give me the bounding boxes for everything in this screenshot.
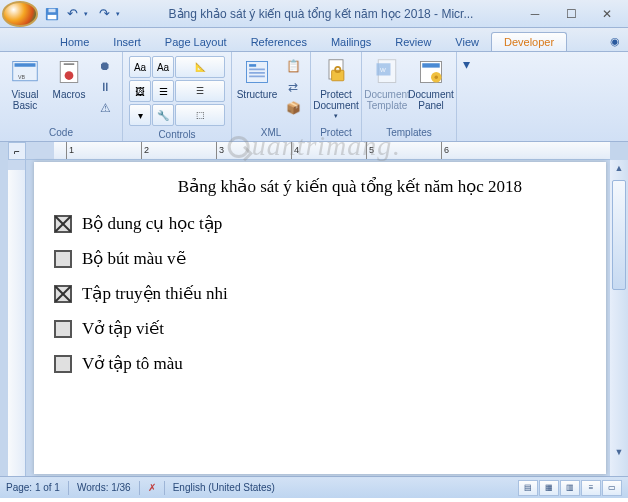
tab-selector-icon[interactable]: ⌐ bbox=[8, 142, 26, 160]
svg-text:VB: VB bbox=[18, 74, 26, 80]
svg-point-23 bbox=[435, 76, 439, 80]
rich-text-control-icon[interactable]: Aa bbox=[129, 56, 151, 78]
status-bar: Page: 1 of 1 Words: 1/36 ✗ English (Unit… bbox=[0, 476, 628, 498]
document-panel-button[interactable]: Document Panel bbox=[410, 54, 452, 120]
legacy-tools-icon[interactable]: 🔧 bbox=[152, 104, 174, 126]
checkbox[interactable] bbox=[54, 355, 72, 373]
checkbox[interactable] bbox=[54, 320, 72, 338]
picture-control-icon[interactable]: 🖼 bbox=[129, 80, 151, 102]
outline-view-icon[interactable]: ≡ bbox=[581, 480, 601, 496]
ribbon: VB Visual Basic Macros ⏺ ⏸ ⚠ Code Aa Aa bbox=[0, 52, 628, 142]
tab-review[interactable]: Review bbox=[383, 33, 443, 51]
full-screen-view-icon[interactable]: ▦ bbox=[539, 480, 559, 496]
group-xml-label: XML bbox=[236, 126, 306, 139]
scroll-up-icon[interactable]: ▲ bbox=[610, 160, 628, 176]
checkbox[interactable] bbox=[54, 250, 72, 268]
document-heading: Bảng khảo sát ý kiến quà tổng kết năm họ… bbox=[114, 176, 586, 197]
status-page[interactable]: Page: 1 of 1 bbox=[6, 482, 60, 493]
macro-security-icon[interactable]: ⚠ bbox=[94, 98, 116, 118]
visual-basic-label: Visual Basic bbox=[11, 89, 38, 111]
tab-page-layout[interactable]: Page Layout bbox=[153, 33, 239, 51]
document-panel-label: Document Panel bbox=[408, 89, 454, 111]
status-words[interactable]: Words: 1/36 bbox=[77, 482, 131, 493]
close-button[interactable]: ✕ bbox=[590, 4, 624, 24]
list-item: Vở tập tô màu bbox=[54, 353, 586, 374]
checkbox[interactable] bbox=[54, 215, 72, 233]
ruler-mark: 3 bbox=[216, 142, 291, 159]
tab-view[interactable]: View bbox=[443, 33, 491, 51]
macros-button[interactable]: Macros bbox=[48, 54, 90, 120]
vertical-ruler[interactable] bbox=[8, 160, 26, 476]
document-page[interactable]: Bảng khảo sát ý kiến quà tổng kết năm họ… bbox=[34, 162, 606, 474]
svg-rect-4 bbox=[15, 63, 36, 67]
structure-icon bbox=[241, 56, 273, 88]
web-layout-view-icon[interactable]: ▥ bbox=[560, 480, 580, 496]
svg-rect-11 bbox=[249, 69, 265, 71]
document-template-icon: W bbox=[371, 56, 403, 88]
tab-home[interactable]: Home bbox=[48, 33, 101, 51]
list-item: Vở tập viết bbox=[54, 318, 586, 339]
plain-text-control-icon[interactable]: Aa bbox=[152, 56, 174, 78]
group-protect-label: Protect bbox=[315, 126, 357, 139]
list-item: Bộ bút màu vẽ bbox=[54, 248, 586, 269]
schema-icon[interactable]: 📋 bbox=[282, 56, 304, 76]
tab-references[interactable]: References bbox=[239, 33, 319, 51]
list-item: Tập truyện thiếu nhi bbox=[54, 283, 586, 304]
document-template-button[interactable]: W Document Template bbox=[366, 54, 408, 120]
combo-box-control-icon[interactable]: ☰ bbox=[152, 80, 174, 102]
expansion-packs-icon[interactable]: 📦 bbox=[282, 98, 304, 118]
tab-insert[interactable]: Insert bbox=[101, 33, 153, 51]
maximize-button[interactable]: ☐ bbox=[554, 4, 588, 24]
title-bar: ↶ ▾ ↷ ▾ Bảng khảo sát ý kiến quà tổng kế… bbox=[0, 0, 628, 28]
tab-developer[interactable]: Developer bbox=[491, 32, 567, 51]
dropdown-control-icon[interactable]: ▾ bbox=[129, 104, 151, 126]
group-control-icon[interactable]: ⬚ bbox=[175, 104, 225, 126]
macros-icon bbox=[53, 56, 85, 88]
status-proofing-icon[interactable]: ✗ bbox=[148, 482, 156, 493]
ruler-mark: 6 bbox=[441, 142, 516, 159]
ruler-mark: 5 bbox=[366, 142, 441, 159]
list-item: Bộ dung cụ học tập bbox=[54, 213, 586, 234]
protect-document-button[interactable]: Protect Document ▾ bbox=[315, 54, 357, 120]
checkbox[interactable] bbox=[54, 285, 72, 303]
document-template-label: Document Template bbox=[364, 89, 410, 111]
undo-dropdown-icon[interactable]: ▾ bbox=[84, 10, 92, 18]
minimize-button[interactable]: ─ bbox=[518, 4, 552, 24]
status-language[interactable]: English (United States) bbox=[173, 482, 275, 493]
list-item-label: Vở tập viết bbox=[82, 318, 164, 339]
visual-basic-icon: VB bbox=[9, 56, 41, 88]
list-item-label: Bộ bút màu vẽ bbox=[82, 248, 186, 269]
office-button[interactable] bbox=[2, 1, 38, 27]
scroll-down-icon[interactable]: ▼ bbox=[610, 444, 628, 460]
window-title: Bảng khảo sát ý kiến quà tổng kết năm họ… bbox=[124, 7, 518, 21]
group-controls: Aa Aa 📐 🖼 ☰ ☰ ▾ 🔧 ⬚ Controls bbox=[123, 52, 232, 141]
help-icon[interactable]: ◉ bbox=[602, 32, 628, 51]
horizontal-ruler[interactable]: 1 2 3 4 5 6 bbox=[26, 142, 610, 160]
ribbon-scroll-down-icon[interactable]: ▾ bbox=[457, 52, 475, 141]
tab-mailings[interactable]: Mailings bbox=[319, 33, 383, 51]
draft-view-icon[interactable]: ▭ bbox=[602, 480, 622, 496]
save-icon[interactable] bbox=[44, 6, 60, 22]
list-item-label: Bộ dung cụ học tập bbox=[82, 213, 222, 234]
visual-basic-button[interactable]: VB Visual Basic bbox=[4, 54, 46, 120]
redo-icon[interactable]: ↷ bbox=[96, 6, 112, 22]
group-code-label: Code bbox=[4, 126, 118, 139]
properties-icon[interactable]: ☰ bbox=[175, 80, 225, 102]
svg-rect-2 bbox=[49, 8, 56, 12]
structure-button[interactable]: Structure bbox=[236, 54, 278, 120]
design-mode-icon[interactable]: 📐 bbox=[175, 56, 225, 78]
print-layout-view-icon[interactable]: ▤ bbox=[518, 480, 538, 496]
scroll-thumb[interactable] bbox=[612, 180, 626, 290]
svg-point-7 bbox=[65, 71, 74, 80]
transformation-icon[interactable]: ⇄ bbox=[282, 77, 304, 97]
group-templates-label: Templates bbox=[366, 126, 452, 139]
record-macro-icon[interactable]: ⏺ bbox=[94, 56, 116, 76]
protect-document-icon bbox=[320, 56, 352, 88]
pause-macro-icon[interactable]: ⏸ bbox=[94, 77, 116, 97]
vertical-scrollbar[interactable]: ▲ ▼ bbox=[610, 160, 628, 476]
group-code: VB Visual Basic Macros ⏺ ⏸ ⚠ Code bbox=[0, 52, 123, 141]
svg-rect-10 bbox=[249, 64, 256, 67]
list-item-label: Tập truyện thiếu nhi bbox=[82, 283, 228, 304]
undo-icon[interactable]: ↶ bbox=[64, 6, 80, 22]
qat-customize-icon[interactable]: ▾ bbox=[116, 10, 124, 18]
